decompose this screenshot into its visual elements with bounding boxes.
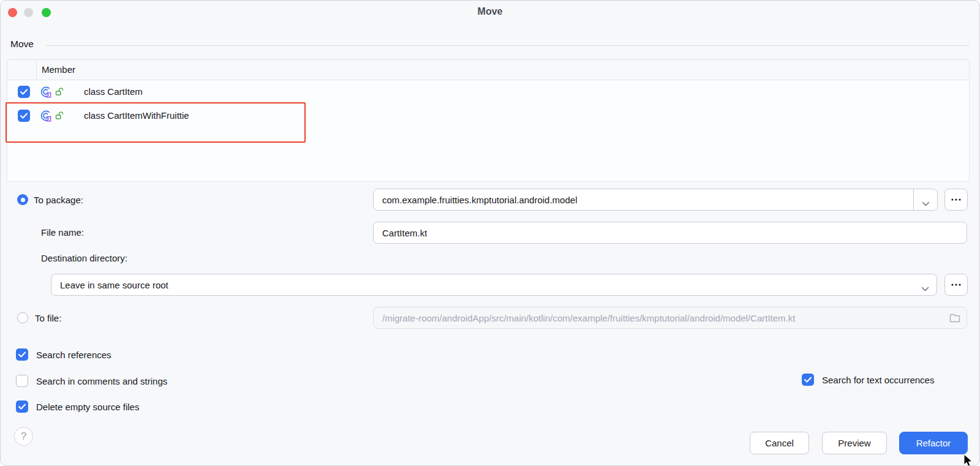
search-text-occurrences-checkbox[interactable]: [802, 374, 814, 386]
member-label: class CartItem: [84, 86, 143, 97]
mouse-cursor: [963, 454, 974, 466]
check-icon: [804, 377, 812, 383]
ellipsis-icon: [951, 284, 961, 286]
member-table-header: Member: [7, 60, 969, 80]
package-combobox[interactable]: com.example.fruitties.kmptutorial.androi…: [373, 189, 938, 211]
check-icon: [18, 404, 26, 410]
move-dialog: Move Move Member: [0, 0, 980, 466]
to-package-radio[interactable]: [17, 194, 28, 205]
file-name-input[interactable]: CartItem.kt: [373, 222, 967, 244]
package-value: com.example.fruitties.kmptutorial.androi…: [374, 195, 577, 205]
table-row[interactable]: class CartItem: [7, 80, 969, 104]
refactor-button[interactable]: Refactor: [899, 432, 968, 454]
package-browse-button[interactable]: [944, 189, 968, 211]
check-icon: [20, 89, 28, 95]
member-column-header: Member: [42, 64, 75, 75]
cancel-button[interactable]: Cancel: [750, 432, 809, 454]
ellipsis-icon: [951, 198, 961, 201]
check-icon: [20, 113, 28, 119]
column-divider: [36, 60, 37, 80]
folder-icon: [949, 314, 960, 325]
delete-empty-label: Delete empty source files: [36, 402, 139, 412]
section-title: Move: [10, 39, 34, 50]
search-references-checkbox[interactable]: [16, 348, 28, 361]
member-label: class CartItemWithFruittie: [84, 110, 189, 121]
preview-button[interactable]: Preview: [822, 432, 887, 454]
search-references-label: Search references: [36, 350, 111, 360]
delete-empty-checkbox[interactable]: [16, 400, 28, 413]
combo-divider: [913, 189, 914, 210]
destination-value: Leave in same source root: [51, 280, 168, 290]
kotlin-class-icon: [39, 109, 53, 125]
dialog-title: Move: [1, 6, 979, 17]
file-name-label: File name:: [41, 227, 84, 238]
member-table: Member class CartItem: [7, 59, 970, 182]
section-divider: [46, 45, 970, 46]
destination-browse-button[interactable]: [944, 274, 968, 296]
to-file-label: To file:: [35, 313, 61, 324]
delete-empty-option[interactable]: Delete empty source files: [16, 400, 139, 413]
destination-dropdown[interactable]: Leave in same source root: [51, 274, 937, 296]
chevron-down-icon[interactable]: [921, 283, 929, 293]
row-checkbox[interactable]: [18, 110, 30, 122]
help-button[interactable]: ?: [14, 427, 33, 446]
kotlin-class-icon: [39, 85, 53, 101]
search-comments-label: Search in comments and strings: [36, 376, 167, 386]
table-row[interactable]: class CartItemWithFruittie: [7, 104, 969, 128]
question-mark-icon: ?: [21, 430, 26, 443]
to-package-label: To package:: [34, 195, 83, 206]
unlock-icon: [55, 111, 64, 122]
search-text-occurrences-label: Search for text occurrences: [822, 375, 934, 385]
destination-label: Destination directory:: [41, 253, 127, 264]
to-file-input: /migrate-room/androidApp/src/main/kotlin…: [373, 307, 967, 329]
row-checkbox[interactable]: [18, 86, 30, 98]
to-file-value: /migrate-room/androidApp/src/main/kotlin…: [374, 313, 816, 323]
check-icon: [18, 351, 26, 358]
file-name-value: CartItem.kt: [374, 228, 427, 238]
unlock-icon: [55, 87, 64, 99]
search-references-option[interactable]: Search references: [16, 348, 111, 361]
search-comments-option[interactable]: Search in comments and strings: [16, 375, 167, 387]
chevron-down-icon[interactable]: [922, 198, 930, 208]
search-text-occurrences-option[interactable]: Search for text occurrences: [802, 374, 934, 386]
search-comments-checkbox[interactable]: [16, 375, 28, 387]
to-file-radio[interactable]: [17, 312, 28, 323]
